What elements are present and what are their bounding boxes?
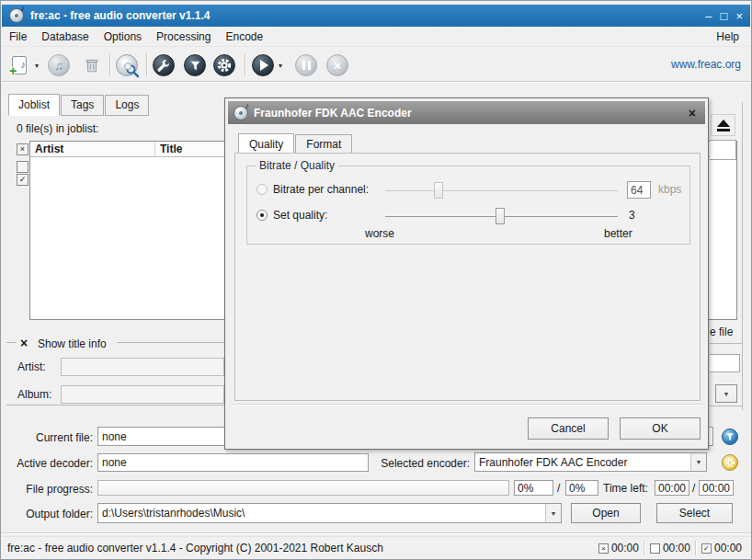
menu-encode[interactable]: Encode bbox=[218, 28, 270, 46]
quality-label: Set quality: bbox=[273, 209, 327, 222]
main-tabs: Joblist Tags Logs bbox=[8, 94, 150, 116]
music-note-icon: ♫ bbox=[48, 54, 70, 76]
dialog-tab-panel: Bitrate / Quality Bitrate per channel: k… bbox=[234, 153, 701, 401]
start-encoding-menu-arrow[interactable]: ▾ bbox=[279, 62, 282, 70]
add-cd-contents-button[interactable]: ♫ bbox=[46, 52, 72, 78]
title-info-field-cut[interactable] bbox=[710, 354, 740, 372]
app-logo-icon: ♪ bbox=[9, 8, 24, 23]
time-left-label: Time left: bbox=[603, 482, 648, 495]
encoder-settings-button[interactable] bbox=[722, 454, 738, 471]
bitrate-label: Bitrate per channel: bbox=[273, 183, 369, 196]
file-progress-label: File progress: bbox=[4, 483, 93, 496]
folder-dropdown-arrow-icon[interactable]: ▼ bbox=[545, 504, 561, 522]
menu-help[interactable]: Help bbox=[711, 28, 745, 46]
total-time-field[interactable] bbox=[699, 480, 734, 496]
toggle-selection-button[interactable]: ✓ bbox=[17, 174, 28, 186]
active-decoder-field[interactable] bbox=[97, 453, 369, 472]
trash-icon bbox=[84, 57, 100, 74]
file-progress-bar bbox=[97, 480, 509, 496]
truncated-label: e file bbox=[710, 326, 733, 338]
bitrate-slider-track[interactable] bbox=[385, 190, 618, 191]
processing-settings-button[interactable] bbox=[182, 52, 208, 78]
blue-funnel-icon bbox=[725, 432, 735, 441]
eject-disc-button[interactable] bbox=[711, 114, 735, 136]
maximize-button[interactable]: □ bbox=[721, 10, 728, 22]
output-folder-dropdown[interactable]: d:\Users\tristanrhodes\Music\ ▼ bbox=[97, 503, 562, 523]
ok-button[interactable]: OK bbox=[620, 417, 701, 440]
gold-gear-icon bbox=[724, 457, 735, 468]
kbps-unit-label: kbps bbox=[658, 183, 681, 196]
processing-info-button[interactable] bbox=[722, 429, 738, 445]
album-field[interactable] bbox=[61, 385, 224, 404]
checked-checkbox-icon[interactable]: ✓ bbox=[701, 543, 712, 554]
pause-icon bbox=[295, 54, 317, 76]
remove-all-button[interactable] bbox=[79, 52, 105, 78]
open-folder-button[interactable]: Open bbox=[571, 503, 641, 523]
menu-processing[interactable]: Processing bbox=[149, 28, 218, 46]
pause-encoding-button[interactable] bbox=[293, 52, 319, 78]
genre-dropdown-cut[interactable]: ▼ bbox=[715, 384, 737, 403]
file-plus-note-icon: ♪ + bbox=[12, 56, 27, 74]
album-label: Album: bbox=[17, 388, 51, 401]
select-all-button[interactable]: × bbox=[17, 143, 28, 155]
bitrate-value-field[interactable] bbox=[627, 181, 651, 199]
better-label: better bbox=[604, 227, 632, 240]
tab-logs[interactable]: Logs bbox=[105, 95, 149, 116]
total-percent-field[interactable] bbox=[565, 480, 598, 496]
group-title: Bitrate / Quality bbox=[256, 159, 338, 172]
menubar: File Database Options Processing Encode … bbox=[2, 27, 750, 47]
bitrate-radio[interactable] bbox=[256, 184, 268, 195]
add-files-menu-arrow[interactable]: ▾ bbox=[35, 62, 39, 70]
cddb-query-button[interactable] bbox=[114, 52, 140, 78]
quality-radio[interactable] bbox=[256, 210, 268, 221]
progress-percent-field[interactable] bbox=[514, 480, 553, 496]
funnel-icon bbox=[184, 54, 206, 76]
statusbar: fre:ac - free audio converter v1.1.4 - C… bbox=[2, 536, 750, 558]
cancel-button[interactable]: Cancel bbox=[528, 417, 609, 440]
bitrate-slider-thumb[interactable] bbox=[434, 182, 443, 199]
tab-joblist[interactable]: Joblist bbox=[8, 94, 60, 116]
tab-tags[interactable]: Tags bbox=[61, 95, 104, 116]
joblist-count: 0 file(s) in joblist: bbox=[17, 122, 98, 135]
play-icon bbox=[252, 54, 274, 76]
window-title: fre:ac - free audio converter v1.1.4 bbox=[30, 9, 210, 22]
show-title-info-toggle-icon[interactable]: × bbox=[20, 336, 28, 350]
selected-encoder-label: Selected encoder: bbox=[373, 457, 470, 470]
toolbar-separator bbox=[146, 54, 148, 76]
toolbar-separator bbox=[109, 54, 111, 76]
select-folder-button[interactable]: Select bbox=[656, 503, 733, 523]
menu-file[interactable]: File bbox=[2, 28, 34, 46]
minimize-button[interactable]: – bbox=[705, 10, 712, 22]
bitrate-quality-group: Bitrate / Quality Bitrate per channel: k… bbox=[246, 166, 690, 245]
empty-checkbox-icon[interactable] bbox=[650, 543, 660, 554]
show-title-info-label[interactable]: Show title info bbox=[38, 337, 107, 350]
drive-selector-cut[interactable] bbox=[710, 140, 736, 160]
configuration-button[interactable] bbox=[211, 52, 237, 78]
start-encoding-button[interactable] bbox=[250, 52, 276, 78]
pause-time-indicator: 00:00 bbox=[645, 542, 695, 554]
column-artist[interactable]: Artist bbox=[30, 142, 155, 156]
quality-slider-thumb[interactable] bbox=[496, 208, 505, 224]
quality-value: 3 bbox=[629, 209, 635, 222]
stop-encoding-button[interactable]: × bbox=[325, 52, 350, 78]
time-left-field[interactable] bbox=[655, 480, 689, 496]
play-time-indicator: × 00:00 bbox=[594, 542, 644, 554]
close-button[interactable]: × bbox=[735, 10, 743, 22]
crossed-checkbox-icon[interactable]: × bbox=[598, 543, 609, 554]
add-files-button[interactable]: ♪ + bbox=[6, 52, 32, 78]
menu-database[interactable]: Database bbox=[34, 28, 96, 46]
output-folder-label: Output folder: bbox=[4, 508, 93, 520]
menu-options[interactable]: Options bbox=[97, 28, 149, 46]
dialog-close-button[interactable]: × bbox=[689, 106, 696, 120]
slash-separator: / bbox=[692, 482, 695, 495]
website-link[interactable]: www.freac.org bbox=[671, 58, 741, 71]
artist-field[interactable] bbox=[61, 358, 224, 376]
gear-icon bbox=[213, 54, 235, 76]
encoder-dropdown-arrow-icon[interactable]: ▼ bbox=[690, 453, 706, 471]
selected-encoder-dropdown[interactable]: Fraunhofer FDK AAC Encoder ▼ bbox=[474, 452, 707, 472]
slash-separator: / bbox=[557, 482, 560, 495]
select-none-button[interactable] bbox=[17, 161, 28, 173]
eject-icon bbox=[717, 120, 730, 127]
general-settings-button[interactable] bbox=[151, 52, 177, 78]
total-time-indicator: ✓ 00:00 bbox=[697, 542, 746, 554]
